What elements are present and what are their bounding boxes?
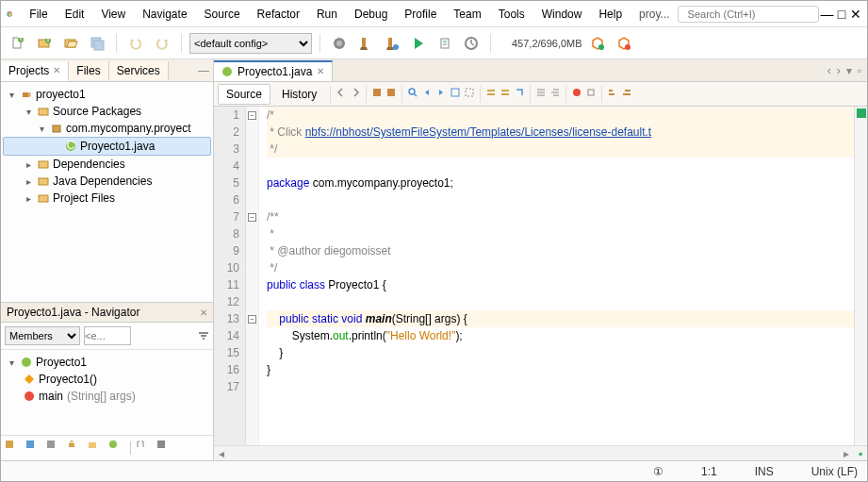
horizontal-scrollbar[interactable]: ◂ ▸ ▪ bbox=[214, 445, 867, 460]
close-icon[interactable]: ✕ bbox=[200, 307, 207, 318]
navigator-tree[interactable]: ▾Proyecto1 Proyecto1() main(String[] arg… bbox=[1, 350, 213, 435]
menu-view[interactable]: View bbox=[93, 4, 133, 25]
tab-services[interactable]: Services bbox=[109, 61, 169, 80]
ed-btn[interactable] bbox=[621, 87, 632, 101]
config-select[interactable]: <default config> bbox=[189, 33, 312, 54]
nav-method[interactable]: main(String[] args) bbox=[3, 388, 211, 405]
menu-tools[interactable]: Tools bbox=[491, 4, 532, 25]
navigator-search[interactable] bbox=[84, 326, 131, 345]
ed-btn-stop[interactable] bbox=[585, 87, 597, 101]
tree-project-root[interactable]: ▾proyecto1 bbox=[3, 86, 211, 103]
window-close[interactable]: ✕ bbox=[849, 4, 861, 25]
menu-debug[interactable]: Debug bbox=[347, 4, 395, 25]
tab-projects[interactable]: Projects✕ bbox=[1, 61, 69, 81]
nav-constructor[interactable]: Proyecto1() bbox=[3, 371, 211, 388]
tree-java-dependencies[interactable]: ▸Java Dependencies bbox=[3, 173, 211, 190]
mode-source[interactable]: Source bbox=[218, 84, 270, 105]
panel-minimize-icon[interactable]: — bbox=[194, 64, 213, 77]
tab-scroll-right-icon[interactable]: › bbox=[837, 64, 841, 77]
ed-btn-record[interactable] bbox=[571, 87, 582, 101]
menu-navigate[interactable]: Navigate bbox=[135, 4, 194, 25]
redo-button[interactable] bbox=[151, 32, 173, 55]
ed-btn[interactable] bbox=[464, 87, 475, 101]
undo-button[interactable] bbox=[124, 32, 147, 55]
tree-project-files[interactable]: ▸Project Files bbox=[3, 190, 211, 207]
project-tree[interactable]: ▾proyecto1 ▾Source Packages ▾com.mycompa… bbox=[1, 82, 213, 302]
nav-btn-7[interactable] bbox=[135, 439, 154, 457]
tree-dependencies[interactable]: ▸Dependencies bbox=[3, 156, 211, 173]
open-project-button[interactable] bbox=[59, 32, 82, 55]
build-button[interactable] bbox=[328, 32, 351, 55]
search-box[interactable] bbox=[678, 6, 819, 23]
tab-scroll-left-icon[interactable]: ‹ bbox=[827, 64, 831, 77]
window-minimize[interactable]: — bbox=[821, 4, 834, 25]
new-file-button[interactable]: + bbox=[7, 32, 29, 55]
clean-build-button[interactable] bbox=[354, 32, 377, 55]
ed-btn-forward[interactable] bbox=[350, 87, 361, 101]
ed-btn-next[interactable] bbox=[435, 87, 447, 101]
menu-help[interactable]: Help bbox=[591, 4, 630, 25]
nav-btn-6[interactable] bbox=[107, 439, 126, 457]
scroll-left-icon[interactable]: ◂ bbox=[214, 447, 229, 460]
debug-button[interactable] bbox=[434, 32, 456, 55]
menu-window[interactable]: Window bbox=[534, 4, 590, 25]
ed-btn[interactable] bbox=[500, 87, 511, 101]
menu-refactor[interactable]: Refactor bbox=[250, 4, 307, 25]
editor-tab-file[interactable]: Proyecto1.java ✕ bbox=[214, 60, 333, 81]
nav-class[interactable]: ▾Proyecto1 bbox=[3, 354, 211, 371]
menu-source[interactable]: Source bbox=[197, 4, 248, 25]
window-maximize[interactable]: □ bbox=[836, 4, 848, 25]
navigator-header[interactable]: Proyecto1.java - Navigator ✕ bbox=[1, 302, 213, 323]
close-icon[interactable]: ✕ bbox=[53, 65, 60, 75]
profile-button[interactable] bbox=[460, 32, 483, 55]
fold-icon[interactable]: − bbox=[248, 213, 256, 222]
tree-package[interactable]: ▾com.mycompany.proyect bbox=[3, 120, 211, 137]
line-ending[interactable]: Unix (LF) bbox=[811, 465, 858, 478]
ed-btn[interactable] bbox=[371, 87, 383, 101]
tree-file-selected[interactable]: CProyecto1.java bbox=[3, 137, 211, 156]
nav-btn-2[interactable] bbox=[25, 439, 43, 457]
nav-btn-5[interactable] bbox=[87, 439, 106, 457]
menu-team[interactable]: Team bbox=[446, 4, 488, 25]
scroll-right-icon[interactable]: ▸ bbox=[839, 447, 854, 460]
close-icon[interactable]: ✕ bbox=[317, 66, 324, 76]
tree-source-packages[interactable]: ▾Source Packages bbox=[3, 103, 211, 120]
code-content[interactable]: /* * Click nbfs://nbhost/SystemFileSyste… bbox=[259, 107, 854, 445]
ed-btn-find[interactable] bbox=[407, 87, 418, 101]
line-gutter[interactable]: 1234567891011121314151617 bbox=[214, 107, 246, 445]
project-selector[interactable]: proy... bbox=[633, 8, 675, 21]
error-stripe[interactable] bbox=[854, 107, 867, 445]
ed-btn[interactable] bbox=[514, 87, 525, 101]
nav-btn-8[interactable] bbox=[156, 439, 174, 457]
ed-btn[interactable] bbox=[450, 87, 461, 101]
code-editor[interactable]: 1234567891011121314151617 − − − /* * Cli… bbox=[214, 107, 867, 445]
new-project-button[interactable]: + bbox=[33, 32, 56, 55]
menu-file[interactable]: File bbox=[22, 4, 55, 25]
ed-btn[interactable] bbox=[549, 87, 561, 101]
filter-icon[interactable] bbox=[198, 330, 209, 341]
menu-run[interactable]: Run bbox=[309, 4, 345, 25]
run-button[interactable] bbox=[407, 32, 430, 55]
maximize-editor-icon[interactable]: ▫ bbox=[858, 64, 861, 77]
notifications-icon[interactable]: ① bbox=[653, 465, 663, 478]
menu-edit[interactable]: Edit bbox=[57, 4, 92, 25]
mode-history[interactable]: History bbox=[273, 84, 325, 105]
fold-icon[interactable]: − bbox=[248, 111, 256, 120]
search-input[interactable] bbox=[688, 8, 818, 20]
fold-icon[interactable]: − bbox=[248, 315, 256, 324]
tab-list-icon[interactable]: ▾ bbox=[846, 64, 852, 77]
fold-gutter[interactable]: − − − bbox=[246, 107, 259, 445]
nav-btn-1[interactable] bbox=[4, 439, 23, 457]
ed-btn-prev[interactable] bbox=[421, 87, 433, 101]
clean-button-2[interactable] bbox=[381, 32, 403, 55]
menu-profile[interactable]: Profile bbox=[397, 4, 444, 25]
ed-btn[interactable] bbox=[535, 87, 547, 101]
plugin-button[interactable] bbox=[613, 32, 635, 55]
ed-btn[interactable] bbox=[485, 87, 497, 101]
memory-indicator[interactable]: 457,2/696,0MB bbox=[512, 38, 582, 49]
ed-btn[interactable] bbox=[607, 87, 618, 101]
ed-btn[interactable] bbox=[385, 87, 397, 101]
nav-btn-4[interactable] bbox=[66, 439, 85, 457]
gc-button[interactable] bbox=[586, 32, 609, 55]
tab-files[interactable]: Files bbox=[69, 61, 108, 80]
